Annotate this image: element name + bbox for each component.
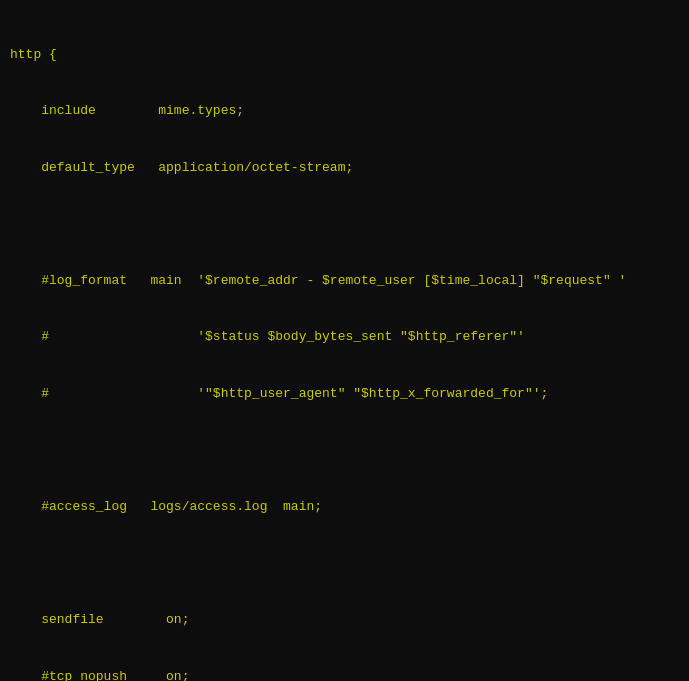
code-line: #log_format main '$remote_addr - $remote… <box>8 272 689 291</box>
code-line: sendfile on; <box>8 611 689 630</box>
code-editor: http { include mime.types; default_type … <box>0 0 689 681</box>
code-line <box>8 441 689 460</box>
code-line: http { <box>8 46 689 65</box>
code-line <box>8 215 689 234</box>
code-line: default_type application/octet-stream; <box>8 159 689 178</box>
code-line: # '$status $body_bytes_sent "$http_refer… <box>8 328 689 347</box>
code-line: #access_log logs/access.log main; <box>8 498 689 517</box>
code-line: # '"$http_user_agent" "$http_x_forwarded… <box>8 385 689 404</box>
code-line: include mime.types; <box>8 102 689 121</box>
code-line: #tcp_nopush on; <box>8 668 689 681</box>
code-line <box>8 554 689 573</box>
